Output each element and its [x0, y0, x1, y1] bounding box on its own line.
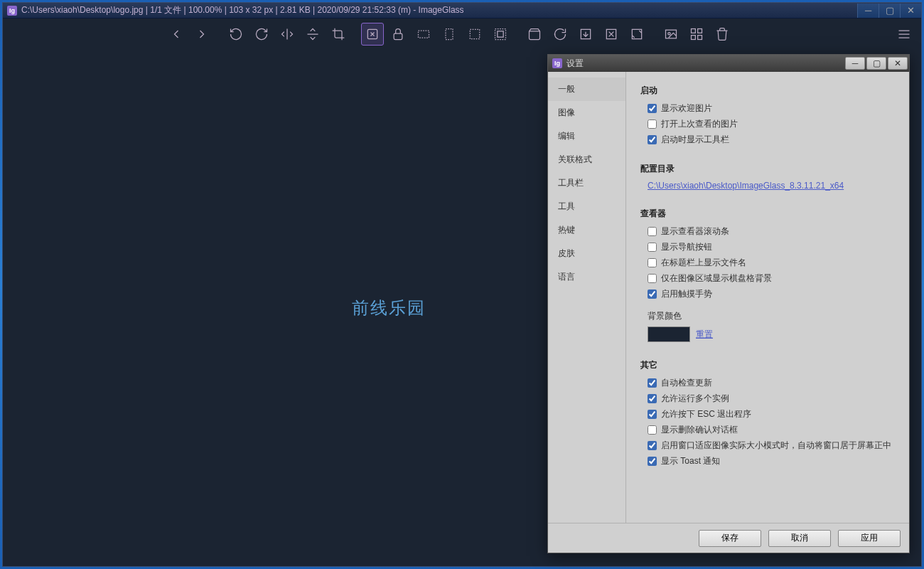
config-path-link[interactable]: C:\Users\xiaoh\Desktop\ImageGlass_8.3.11…	[648, 181, 844, 191]
checkbox-esc-exit-input[interactable]	[648, 410, 657, 419]
nav-edit[interactable]: 编辑	[548, 124, 625, 148]
svg-rect-9	[632, 29, 641, 38]
svg-point-11	[668, 33, 670, 35]
checkbox-label: 自动检查更新	[661, 377, 712, 389]
scale-to-fit-button[interactable]	[463, 23, 486, 46]
nav-tools[interactable]: 工具	[548, 195, 625, 218]
svg-rect-6	[498, 31, 503, 37]
checkbox-show-toolbar-input[interactable]	[648, 135, 657, 144]
svg-rect-2	[419, 31, 429, 38]
checkbox-delete-confirm[interactable]: 显示删除确认对话框	[648, 424, 895, 436]
checkbox-filename[interactable]: 在标题栏上显示文件名	[648, 257, 895, 269]
checkbox-checker-bg[interactable]: 仅在图像区域显示棋盘格背景	[648, 272, 895, 284]
apply-button[interactable]: 应用	[838, 530, 901, 547]
nav-hotkeys[interactable]: 热键	[548, 218, 625, 242]
nav-skin[interactable]: 皮肤	[548, 242, 625, 265]
svg-rect-4	[470, 29, 479, 38]
checkbox-label: 打开上次查看的图片	[661, 118, 738, 130]
checkbox-label: 显示查看器滚动条	[661, 225, 729, 238]
flip-horizontal-button[interactable]	[276, 23, 299, 46]
settings-maximize-button[interactable]: ▢	[866, 57, 886, 70]
refresh-button[interactable]	[549, 23, 571, 46]
prev-image-button[interactable]	[165, 23, 188, 46]
cancel-button[interactable]: 取消	[768, 530, 831, 547]
scale-to-width-button[interactable]	[412, 23, 435, 46]
checkbox-open-last[interactable]: 打开上次查看的图片	[648, 118, 895, 130]
slideshow-button[interactable]	[660, 23, 682, 46]
checkbox-esc-exit[interactable]: 允许按下 ESC 退出程序	[648, 408, 895, 420]
checkbox-touch-input[interactable]	[648, 289, 657, 299]
nav-language[interactable]: 语言	[548, 265, 625, 289]
rotate-right-button[interactable]	[250, 23, 273, 46]
fullscreen-button[interactable]	[625, 23, 648, 46]
checkbox-label: 仅在图像区域显示棋盘格背景	[661, 272, 772, 284]
titlebar-text: C:\Users\xiaoh\Desktop\logo.jpg | 1/1 文件…	[21, 4, 857, 16]
checkbox-show-welcome-input[interactable]	[648, 104, 657, 113]
svg-rect-12	[692, 29, 696, 33]
checkbox-show-toolbar[interactable]: 启动时显示工具栏	[648, 134, 895, 146]
checkbox-window-fit[interactable]: 启用窗口适应图像实际大小模式时，自动将窗口居于屏幕正中	[648, 440, 895, 452]
checkbox-touch[interactable]: 启用触摸手势	[648, 288, 895, 300]
thumbnail-button[interactable]	[685, 23, 708, 46]
nav-image[interactable]: 图像	[548, 101, 625, 124]
window-controls: ─ ▢ ✕	[857, 4, 921, 18]
bg-color-reset-link[interactable]: 重置	[696, 329, 713, 341]
save-button[interactable]: 保存	[699, 530, 761, 547]
flip-vertical-button[interactable]	[301, 23, 324, 46]
section-other-title: 其它	[640, 359, 895, 371]
checkbox-label: 启用触摸手势	[661, 288, 712, 300]
checkbox-show-welcome[interactable]: 显示欢迎图片	[648, 102, 895, 115]
lock-zoom-button[interactable]	[387, 23, 409, 46]
checkbox-filename-input[interactable]	[648, 258, 657, 267]
checkbox-scrollbar-input[interactable]	[648, 227, 657, 236]
close-button[interactable]: ✕	[900, 4, 921, 18]
auto-zoom-button[interactable]	[361, 23, 384, 46]
scale-to-height-button[interactable]	[438, 23, 461, 46]
checkbox-auto-update[interactable]: 自动检查更新	[648, 377, 895, 389]
app-icon: Ig	[7, 6, 17, 16]
settings-minimize-button[interactable]: ─	[845, 57, 865, 70]
open-file-button[interactable]	[523, 23, 546, 46]
delete-button[interactable]	[711, 23, 734, 46]
bg-color-swatch[interactable]	[648, 326, 690, 342]
goto-button[interactable]	[574, 23, 597, 46]
checkbox-toast-input[interactable]	[648, 457, 657, 466]
nav-assoc[interactable]: 关联格式	[548, 148, 625, 171]
checkbox-scrollbar[interactable]: 显示查看器滚动条	[648, 225, 895, 238]
settings-footer: 保存 取消 应用	[548, 523, 909, 553]
checkbox-label: 启动时显示工具栏	[661, 134, 729, 146]
checkbox-checker-bg-input[interactable]	[648, 274, 657, 283]
next-image-button[interactable]	[190, 23, 213, 46]
settings-nav: 一般 图像 编辑 关联格式 工具栏 工具 热键 皮肤 语言	[548, 72, 626, 523]
scale-fill-button[interactable]	[489, 23, 512, 46]
checkbox-open-last-input[interactable]	[648, 119, 657, 129]
settings-window-controls: ─ ▢ ✕	[845, 57, 909, 70]
settings-app-icon: Ig	[552, 58, 562, 68]
maximize-button[interactable]: ▢	[879, 4, 900, 18]
rotate-left-button[interactable]	[225, 23, 247, 46]
checkbox-nav[interactable]: 显示导航按钮	[648, 241, 895, 253]
checkbox-multi-instance[interactable]: 允许运行多个实例	[648, 393, 895, 405]
checkbox-label: 在标题栏上显示文件名	[661, 257, 746, 269]
minimize-button[interactable]: ─	[857, 4, 879, 18]
nav-toolbar[interactable]: 工具栏	[548, 171, 625, 195]
section-config-title: 配置目录	[640, 163, 895, 175]
checkbox-delete-confirm-input[interactable]	[648, 425, 657, 435]
main-titlebar: Ig C:\Users\xiaoh\Desktop\logo.jpg | 1/1…	[3, 3, 921, 18]
checkbox-window-fit-input[interactable]	[648, 441, 657, 450]
checkbox-auto-update-input[interactable]	[648, 378, 657, 388]
checkbox-multi-instance-input[interactable]	[648, 394, 657, 403]
nav-general[interactable]: 一般	[548, 78, 625, 101]
settings-content: 启动 显示欢迎图片 打开上次查看的图片 启动时显示工具栏 配置目录 C:\Use…	[626, 72, 909, 523]
checkbox-toast[interactable]: 显示 Toast 通知	[648, 455, 895, 467]
settings-close-button[interactable]: ✕	[888, 57, 908, 70]
checkbox-nav-input[interactable]	[648, 243, 657, 252]
window-fit-button[interactable]	[600, 23, 623, 46]
menu-button[interactable]	[893, 23, 915, 46]
svg-rect-14	[692, 36, 696, 40]
crop-button[interactable]	[327, 23, 350, 46]
checkbox-label: 显示欢迎图片	[661, 102, 712, 115]
displayed-image-text: 前线乐园	[352, 297, 426, 319]
svg-rect-13	[698, 29, 702, 33]
svg-rect-5	[495, 29, 506, 40]
